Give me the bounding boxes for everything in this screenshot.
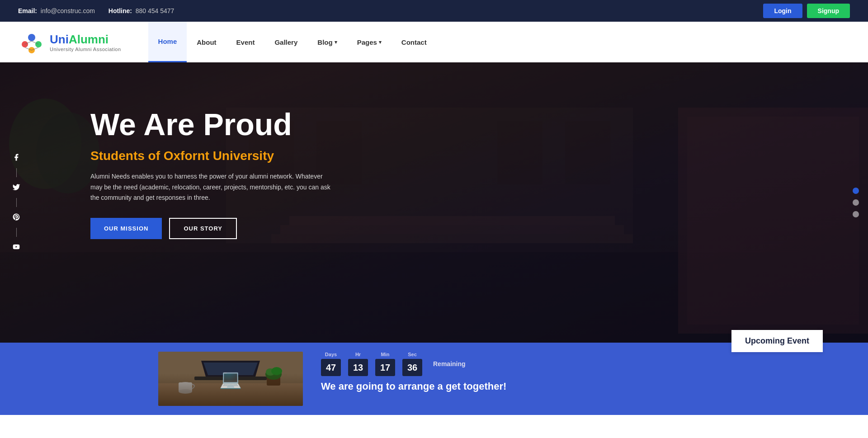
hero-description: Alumni Needs enables you to harness the … xyxy=(90,171,335,203)
social-sidebar xyxy=(8,149,24,256)
nav-gallery[interactable]: Gallery xyxy=(264,22,307,62)
mission-button[interactable]: OUR MISSION xyxy=(90,218,162,239)
slide-dot-2[interactable] xyxy=(853,199,859,206)
upcoming-section: Upcoming Event xyxy=(0,343,868,415)
hours-label: Hr xyxy=(348,352,368,357)
logo-uni: Uni xyxy=(50,33,69,46)
logo-subtitle: University Alumni Association xyxy=(50,47,121,52)
upcoming-label: Upcoming Event xyxy=(731,330,823,352)
navbar: UniAlumni University Alumni Association … xyxy=(0,22,868,62)
svg-rect-27 xyxy=(267,374,280,386)
nav-about[interactable]: About xyxy=(187,22,226,62)
login-button[interactable]: Login xyxy=(763,4,802,18)
pages-dropdown-arrow: ▾ xyxy=(379,39,382,45)
hero-buttons: OUR MISSION OUR STORY xyxy=(90,218,407,239)
minutes-item: Min 17 xyxy=(375,352,395,376)
event-image-svg xyxy=(158,352,303,406)
story-button[interactable]: OUR STORY xyxy=(169,218,237,239)
hero-content: We Are Proud Students of Oxfornt Univers… xyxy=(90,62,407,239)
svg-rect-32 xyxy=(179,382,192,391)
svg-rect-23 xyxy=(158,383,303,406)
minutes-label: Min xyxy=(375,352,395,357)
seconds-value: 36 xyxy=(402,359,422,376)
logo[interactable]: UniAlumni University Alumni Association xyxy=(18,28,121,56)
hours-item: Hr 13 xyxy=(348,352,368,376)
auth-buttons: Login Signup xyxy=(763,4,850,18)
youtube-icon[interactable] xyxy=(8,239,24,255)
subtitle-highlight: Oxfornt University xyxy=(164,149,274,163)
logo-text: UniAlumni University Alumni Association xyxy=(50,33,121,52)
svg-point-31 xyxy=(179,382,192,389)
email-value: info@construc.com xyxy=(41,7,95,14)
nav-event-label: Event xyxy=(236,38,255,46)
hotline-label: Hotline: xyxy=(108,7,132,14)
divider-1 xyxy=(16,168,17,177)
hero-subtitle: Students of Oxfornt University xyxy=(90,149,407,163)
nav-blog[interactable]: Blog ▾ xyxy=(307,22,347,62)
twitter-icon[interactable] xyxy=(8,179,24,195)
hero-section: We Are Proud Students of Oxfornt Univers… xyxy=(0,62,868,343)
slide-dot-1[interactable] xyxy=(853,188,859,194)
nav-event[interactable]: Event xyxy=(226,22,265,62)
nav-pages[interactable]: Pages ▾ xyxy=(347,22,392,62)
days-value: 47 xyxy=(321,359,341,376)
divider-2 xyxy=(16,198,17,207)
nav-contact-label: Contact xyxy=(401,38,427,46)
minutes-value: 17 xyxy=(375,359,395,376)
facebook-icon[interactable] xyxy=(8,149,24,165)
top-bar: Email: info@construc.com Hotline: 880 45… xyxy=(0,0,868,22)
nav-contact[interactable]: Contact xyxy=(392,22,437,62)
nav-gallery-label: Gallery xyxy=(274,38,297,46)
days-item: Days 47 xyxy=(321,352,341,376)
svg-point-33 xyxy=(179,389,192,394)
svg-rect-34 xyxy=(158,352,303,406)
slide-dot-3[interactable] xyxy=(853,211,859,217)
svg-rect-24 xyxy=(194,377,267,380)
signup-button[interactable]: Signup xyxy=(807,4,850,18)
nav-about-label: About xyxy=(197,38,216,46)
remaining-text: Remaining xyxy=(433,360,466,367)
blog-dropdown-arrow: ▾ xyxy=(335,39,337,45)
event-title: We are going to arrange a get together! xyxy=(321,381,823,392)
seconds-item: Sec 36 xyxy=(402,352,422,376)
hotline-info: Hotline: 880 454 5477 xyxy=(108,7,175,14)
days-label: Days xyxy=(321,352,341,357)
countdown: Days 47 Hr 13 Min 17 Sec 36 Remaining xyxy=(321,352,823,376)
nav-home-label: Home xyxy=(158,38,177,45)
hero-title: We Are Proud xyxy=(90,108,407,141)
divider-3 xyxy=(16,228,17,237)
event-image xyxy=(158,352,303,406)
email-label: Email: xyxy=(18,7,37,14)
upcoming-content: Days 47 Hr 13 Min 17 Sec 36 Remaining We… xyxy=(0,343,868,415)
email-info: Email: info@construc.com xyxy=(18,7,95,14)
logo-alumni-text: Alumni xyxy=(69,33,108,46)
subtitle-prefix: Students of xyxy=(90,149,164,163)
nav-blog-label: Blog xyxy=(317,38,332,46)
hotline-value: 880 454 5477 xyxy=(136,7,175,14)
slide-indicators xyxy=(853,188,859,217)
pinterest-icon[interactable] xyxy=(8,209,24,225)
nav-menu: Home About Event Gallery Blog ▾ Pages ▾ … xyxy=(148,22,437,62)
seconds-label: Sec xyxy=(402,352,422,357)
contact-info: Email: info@construc.com Hotline: 880 45… xyxy=(18,7,174,14)
logo-icon xyxy=(18,28,45,56)
logo-name: UniAlumni xyxy=(50,33,121,47)
nav-pages-label: Pages xyxy=(357,38,377,46)
hours-value: 13 xyxy=(348,359,368,376)
svg-point-0 xyxy=(28,34,35,41)
nav-home[interactable]: Home xyxy=(148,22,187,62)
event-details: Days 47 Hr 13 Min 17 Sec 36 Remaining We… xyxy=(303,352,823,392)
